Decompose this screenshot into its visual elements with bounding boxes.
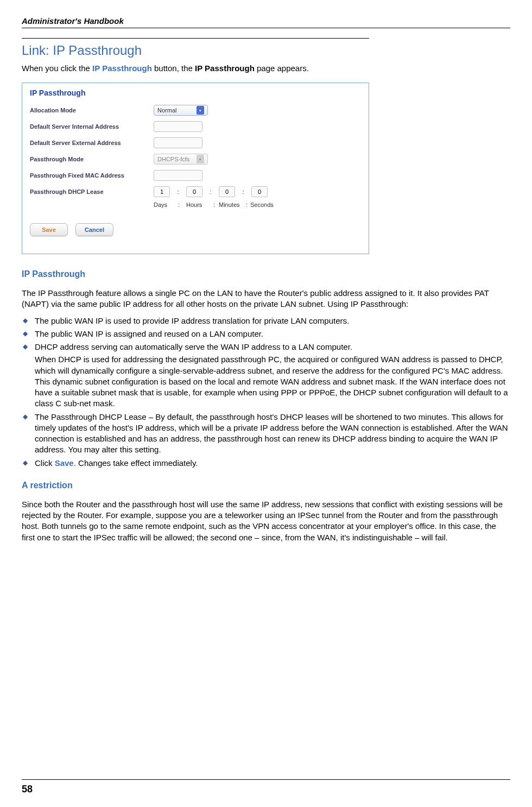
bullet-2: The public WAN IP is assigned and reused… xyxy=(22,329,510,339)
subheading-restriction: A restriction xyxy=(22,481,510,490)
chevron-updown-icon: ▾ xyxy=(197,106,204,115)
intro-line: When you click the IP Passthrough button… xyxy=(22,64,510,73)
intro-button-name: IP Passthrough xyxy=(92,64,152,73)
input-lease-minutes[interactable] xyxy=(219,186,235,197)
select-passthrough-mode-value: DHCPS-fcfs xyxy=(157,156,189,162)
caption-sep-3: : xyxy=(246,201,250,208)
input-lease-days[interactable] xyxy=(154,186,170,197)
book-title: Administrator's Handbook xyxy=(22,16,510,26)
label-passthrough-lease: Passthrough DHCP Lease xyxy=(30,188,154,195)
row-passthrough-mac: Passthrough Fixed MAC Address xyxy=(30,169,361,182)
label-passthrough-mac: Passthrough Fixed MAC Address xyxy=(30,172,154,179)
select-allocation-mode[interactable]: Normal ▾ xyxy=(154,105,208,116)
row-default-external: Default Server External Address xyxy=(30,136,361,149)
label-allocation-mode: Allocation Mode xyxy=(30,107,154,114)
select-allocation-mode-value: Normal xyxy=(157,107,176,114)
bullet-5-suffix: . Changes take effect immediately. xyxy=(74,458,198,468)
lease-sep-1: : xyxy=(170,188,186,195)
label-default-internal: Default Server Internal Address xyxy=(30,123,154,130)
select-passthrough-mode[interactable]: DHCPS-fcfs ▾ xyxy=(154,154,208,165)
intro-mid: button, the xyxy=(152,64,195,73)
save-button[interactable]: Save xyxy=(30,223,68,236)
page-number: 58 xyxy=(22,784,33,795)
section-title: Link: IP Passthrough xyxy=(22,38,369,58)
caption-days: Days xyxy=(154,201,178,208)
caption-minutes: Minutes xyxy=(219,201,246,208)
caption-hours: Hours xyxy=(186,201,213,208)
bullet-5-prefix: Click xyxy=(35,458,55,468)
bullet-4: The Passthrough DHCP Lease – By default,… xyxy=(22,412,510,456)
row-passthrough-lease: Passthrough DHCP Lease : : : xyxy=(30,185,361,198)
header-rule xyxy=(22,28,510,28)
row-passthrough-mode: Passthrough Mode DHCPS-fcfs ▾ xyxy=(30,153,361,166)
input-passthrough-mac[interactable] xyxy=(154,170,202,181)
intro-suffix: page appears. xyxy=(255,64,309,73)
lease-captions: Days : Hours : Minutes : Seconds xyxy=(154,201,361,208)
label-default-external: Default Server External Address xyxy=(30,140,154,146)
row-default-internal: Default Server Internal Address xyxy=(30,120,361,133)
chevron-updown-icon: ▾ xyxy=(197,155,204,163)
bullet-3-main: DHCP address serving can automatically s… xyxy=(35,342,352,351)
config-panel: IP Passthrough Allocation Mode Normal ▾ … xyxy=(22,83,369,254)
footer-rule xyxy=(22,779,510,780)
bullet-5-save-link: Save xyxy=(55,458,74,468)
input-lease-seconds[interactable] xyxy=(251,186,268,197)
button-row: Save Cancel xyxy=(30,223,361,236)
bullet-1: The public WAN IP is used to provide IP … xyxy=(22,316,510,326)
bullet-3: DHCP address serving can automatically s… xyxy=(22,342,510,409)
input-default-external[interactable] xyxy=(154,137,202,148)
cancel-button[interactable]: Cancel xyxy=(75,223,113,236)
intro-page-name: IP Passthrough xyxy=(195,64,255,73)
caption-sep-2: : xyxy=(213,201,219,208)
lease-sep-3: : xyxy=(235,188,251,195)
input-default-internal[interactable] xyxy=(154,121,202,132)
intro-prefix: When you click the xyxy=(22,64,92,73)
lease-sep-2: : xyxy=(202,188,219,195)
caption-seconds: Seconds xyxy=(250,201,274,208)
panel-title: IP Passthrough xyxy=(30,89,361,97)
row-allocation-mode: Allocation Mode Normal ▾ xyxy=(30,104,361,117)
paragraph-1: The IP Passthrough feature allows a sing… xyxy=(22,288,510,310)
paragraph-2: Since both the Router and the passthroug… xyxy=(22,499,510,543)
subheading-ip-passthrough: IP Passthrough xyxy=(22,269,510,279)
label-passthrough-mode: Passthrough Mode xyxy=(30,156,154,162)
bullet-3-continuation: When DHCP is used for addressing the des… xyxy=(35,354,510,409)
bullet-list: The public WAN IP is used to provide IP … xyxy=(22,316,510,469)
bullet-5: Click Save. Changes take effect immediat… xyxy=(22,458,510,469)
input-lease-hours[interactable] xyxy=(186,186,202,197)
caption-sep-1: : xyxy=(178,201,186,208)
